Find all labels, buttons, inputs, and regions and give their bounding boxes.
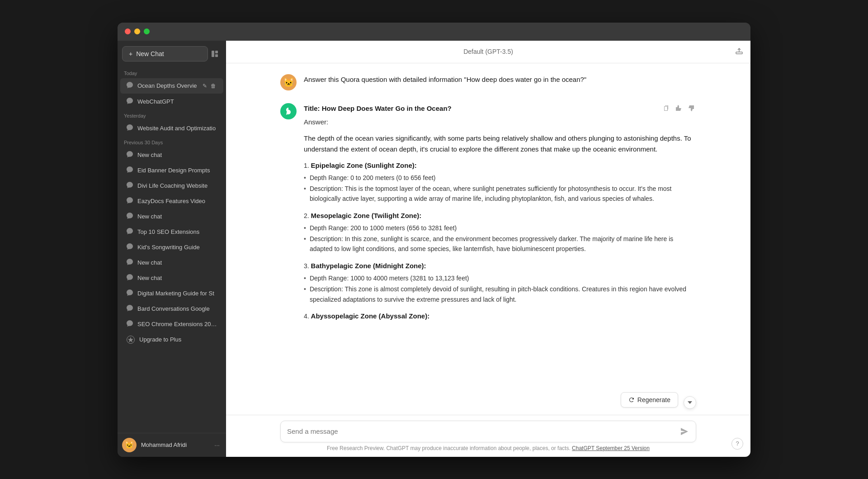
chat-messages: 🐱 Answer this Quora question with detail…	[226, 63, 750, 392]
response-title: Title: How Deep Does Water Go in the Oce…	[304, 103, 696, 114]
close-button[interactable]	[125, 28, 131, 34]
minimize-button[interactable]	[134, 28, 140, 34]
maximize-button[interactable]	[144, 28, 150, 34]
title-bar	[118, 23, 750, 41]
sidebar-footer: 🐱 Mohammad Afridi ···	[118, 433, 226, 457]
chat-icon-7	[127, 197, 133, 205]
chat-icon-4	[127, 151, 133, 159]
send-button[interactable]	[679, 427, 689, 436]
action-row: Regenerate	[226, 392, 750, 415]
chat-icon-6	[127, 182, 133, 190]
delete-chat-button[interactable]: 🗑	[210, 82, 217, 90]
sidebar-item-text-website-audit: Website Audit and Optimizatio	[137, 125, 217, 132]
user-menu-button[interactable]: ···	[212, 440, 222, 451]
sidebar-item-webchatgpt[interactable]: WebChatGPT	[120, 94, 223, 109]
chat-icon-2	[127, 98, 133, 105]
regenerate-label: Regenerate	[637, 396, 670, 403]
section-label-30days: Previous 30 Days	[118, 136, 226, 147]
zone-number-4: 4. Abyssopelagic Zone (Abyssal Zone):	[304, 311, 696, 322]
sidebar: + New Chat Today	[118, 41, 226, 457]
sidebar-item-divi-life[interactable]: Divi Life Coaching Website	[120, 178, 223, 193]
new-chat-button[interactable]: + New Chat	[122, 46, 208, 62]
answer-label: Answer:	[304, 117, 696, 128]
zone-number-3: 3. Bathypelagic Zone (Midnight Zone):	[304, 261, 696, 271]
zone-num-1: 1.	[304, 162, 311, 169]
zone-name-3: Bathypelagic Zone (Midnight Zone):	[311, 262, 426, 270]
item-actions: ✎ 🗑	[202, 82, 217, 90]
sidebar-item-text-new1: New chat	[137, 152, 217, 158]
regenerate-icon	[628, 397, 635, 403]
user-name: Mohammad Afridi	[141, 441, 208, 448]
main-wrapper: 🐱 Answer this Quora question with detail…	[226, 63, 750, 457]
sidebar-item-text-new2: New chat	[137, 213, 217, 220]
chat-icon-5	[127, 166, 133, 174]
sidebar-item-text-seo-chrome: SEO Chrome Extensions 2023	[137, 321, 217, 327]
scroll-down-button[interactable]	[684, 396, 696, 409]
upgrade-icon	[127, 336, 135, 344]
chat-icon-10	[127, 243, 133, 251]
main-content: Default (GPT-3.5) 🐱 Answer this Quora qu…	[226, 41, 750, 457]
sidebar-item-ocean-depths[interactable]: Ocean Depths Overvie ✎ 🗑	[120, 78, 223, 94]
user-message-text: Answer this Quora question with detailed…	[304, 76, 586, 83]
thumbs-up-button[interactable]	[674, 103, 684, 114]
regenerate-button[interactable]: Regenerate	[621, 392, 678, 408]
upgrade-item[interactable]: Upgrade to Plus	[120, 332, 223, 347]
svg-rect-3	[736, 52, 742, 54]
user-message: 🐱 Answer this Quora question with detail…	[280, 74, 696, 90]
mac-window: + New Chat Today	[118, 23, 750, 457]
zone-bullet-3-1: Depth Range: 1000 to 4000 meters (3281 t…	[304, 273, 696, 283]
chat-icon-13	[127, 289, 133, 297]
sidebar-item-new-chat-1[interactable]: New chat	[120, 147, 223, 162]
sidebar-item-new-chat-3[interactable]: New chat	[120, 255, 223, 270]
plus-icon: +	[129, 50, 132, 57]
ai-logo-icon	[284, 107, 293, 116]
help-button[interactable]: ?	[731, 438, 743, 450]
zone-name-4: Abyssopelagic Zone (Abyssal Zone):	[311, 312, 430, 320]
thumbs-down-button[interactable]	[686, 103, 696, 114]
sidebar-item-digital-marketing[interactable]: Digital Marketing Guide for St	[120, 286, 223, 301]
footer-link[interactable]: ChatGPT September 25 Version	[572, 445, 650, 451]
zone-number-1: 1. Epipelagic Zone (Sunlight Zone):	[304, 160, 696, 171]
edit-chat-button[interactable]: ✎	[202, 82, 208, 90]
response-intro: The depth of the ocean varies significan…	[304, 133, 696, 155]
sidebar-item-text-bard: Bard Conversations Google	[137, 305, 217, 312]
svg-rect-0	[212, 51, 214, 57]
sidebar-toggle-button[interactable]	[208, 47, 222, 61]
ai-message-content: Title: How Deep Does Water Go in the Oce…	[304, 103, 696, 328]
user-emoji: 🐱	[125, 441, 134, 449]
export-button[interactable]	[735, 47, 743, 57]
zone-bullet-1-2: Description: This is the topmost layer o…	[304, 184, 696, 204]
user-message-content: Answer this Quora question with detailed…	[304, 74, 696, 90]
sidebar-item-kids-song[interactable]: Kid's Songwriting Guide	[120, 240, 223, 255]
sidebar-item-top-seo[interactable]: Top 10 SEO Extensions	[120, 224, 223, 239]
sidebar-item-bard[interactable]: Bard Conversations Google	[120, 301, 223, 316]
copy-button[interactable]	[661, 103, 671, 114]
sidebar-item-eid-banner[interactable]: Eid Banner Design Prompts	[120, 163, 223, 178]
zone-name-1: Epipelagic Zone (Sunlight Zone):	[311, 161, 417, 169]
traffic-lights	[125, 28, 150, 34]
zone-bullet-1-1: Depth Range: 0 to 200 meters (0 to 656 f…	[304, 173, 696, 183]
message-input[interactable]	[287, 427, 679, 435]
chat-icon-1	[127, 82, 133, 90]
sidebar-item-eazydocs[interactable]: EazyDocs Features Video	[120, 194, 223, 209]
sidebar-item-new-chat-2[interactable]: New chat	[120, 209, 223, 224]
chat-icon-15	[127, 320, 133, 328]
zone-num-2: 2.	[304, 212, 311, 219]
chat-header: Default (GPT-3.5)	[226, 41, 750, 63]
zone-bullets-3: Depth Range: 1000 to 4000 meters (3281 t…	[304, 273, 696, 304]
zone-item-1: 1. Epipelagic Zone (Sunlight Zone): Dept…	[304, 160, 696, 204]
zone-bullet-2-2: Description: In this zone, sunlight is s…	[304, 234, 696, 254]
sidebar-item-new-chat-4[interactable]: New chat	[120, 270, 223, 285]
sidebar-item-website-audit[interactable]: Website Audit and Optimizatio	[120, 121, 223, 136]
zone-bullets-2: Depth Range: 200 to 1000 meters (656 to …	[304, 223, 696, 254]
sidebar-item-text-digital: Digital Marketing Guide for St	[137, 290, 217, 297]
user-message-avatar: 🐱	[280, 74, 297, 90]
chat-footer: Free Research Preview. ChatGPT may produ…	[226, 415, 750, 457]
zone-item-3: 3. Bathypelagic Zone (Midnight Zone): De…	[304, 261, 696, 304]
sidebar-item-text-webchat: WebChatGPT	[137, 98, 217, 105]
layout-icon	[211, 50, 219, 58]
sidebar-item-seo-chrome[interactable]: SEO Chrome Extensions 2023	[120, 317, 223, 332]
zone-num-3: 3.	[304, 262, 311, 270]
sidebar-item-text-seo: Top 10 SEO Extensions	[137, 228, 217, 235]
section-label-yesterday: Yesterday	[118, 109, 226, 120]
